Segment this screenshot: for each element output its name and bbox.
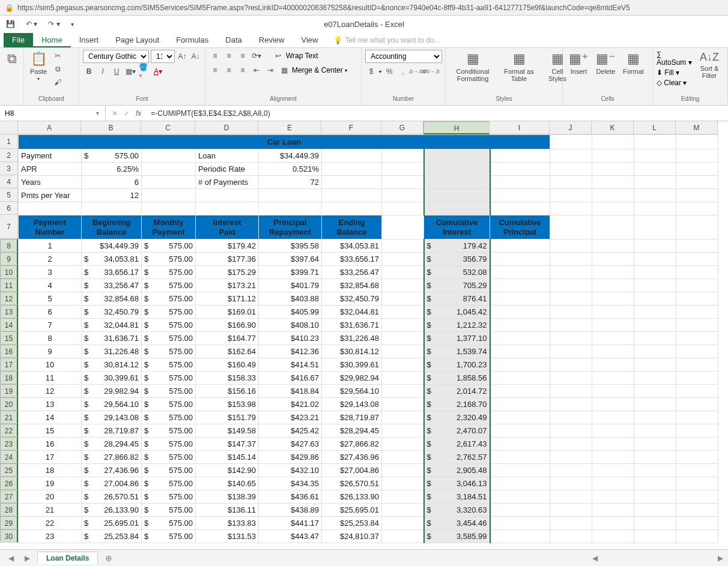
column-header-B[interactable]: B: [81, 121, 141, 134]
cell[interactable]: 8: [19, 332, 82, 345]
enter-formula-icon[interactable]: ✓: [124, 109, 130, 118]
cell[interactable]: $575.00: [142, 490, 196, 504]
cell[interactable]: [490, 477, 550, 490]
row-header-23[interactable]: 23: [0, 437, 18, 450]
cell[interactable]: $32,044.81: [322, 306, 382, 319]
cell[interactable]: $575.00: [142, 319, 196, 332]
cell[interactable]: $30,814.12: [82, 358, 142, 372]
cell[interactable]: $31,636.71: [322, 319, 382, 332]
cell[interactable]: $575.00: [142, 424, 196, 438]
cell[interactable]: $575.00: [142, 504, 196, 517]
cell[interactable]: $418.84: [259, 385, 322, 398]
row-header-9[interactable]: 9: [0, 252, 18, 265]
cell[interactable]: $2,470.07: [424, 424, 490, 438]
merge-center-icon[interactable]: ▦: [278, 64, 290, 76]
cell[interactable]: [634, 239, 676, 253]
cell[interactable]: $29,982.94: [322, 372, 382, 385]
font-size-select[interactable]: 11: [151, 50, 175, 63]
cell[interactable]: [592, 279, 634, 292]
cell[interactable]: [490, 358, 550, 372]
cell[interactable]: [676, 319, 718, 332]
cell[interactable]: $29,143.08: [82, 411, 142, 424]
cell-grid[interactable]: Car LoanPayment$575.00Loan$34,449.39APR6…: [18, 134, 728, 549]
column-header-L[interactable]: L: [634, 121, 676, 134]
cell[interactable]: $30,399.61: [322, 358, 382, 372]
cell[interactable]: $2,320.49: [424, 411, 490, 424]
cell[interactable]: 17: [19, 451, 82, 464]
cell[interactable]: $27,866.82: [82, 451, 142, 464]
cell[interactable]: [634, 345, 676, 358]
sheet-tab-loan-details[interactable]: Loan Details: [37, 552, 98, 564]
cell[interactable]: [490, 517, 550, 530]
cell[interactable]: [634, 372, 676, 385]
cell[interactable]: [550, 319, 592, 332]
cell[interactable]: $131.53: [196, 530, 259, 543]
redo-icon[interactable]: ↷ ▾: [48, 20, 59, 28]
copy-icon[interactable]: ⧉: [52, 63, 64, 75]
cell[interactable]: [550, 504, 592, 517]
cell[interactable]: [550, 398, 592, 411]
cell[interactable]: 7: [19, 319, 82, 332]
cell[interactable]: $575.00: [142, 292, 196, 306]
column-header-D[interactable]: D: [195, 121, 258, 134]
cell[interactable]: [634, 438, 676, 451]
cell[interactable]: $423.21: [259, 411, 322, 424]
cell[interactable]: [634, 266, 676, 279]
cell[interactable]: $705.29: [424, 279, 490, 292]
number-format-select[interactable]: Accounting: [365, 50, 442, 63]
column-header-K[interactable]: K: [592, 121, 634, 134]
cell[interactable]: [550, 385, 592, 398]
cell[interactable]: [592, 253, 634, 266]
cell[interactable]: [382, 517, 424, 530]
cell[interactable]: [676, 279, 718, 292]
cell[interactable]: [592, 385, 634, 398]
row-header-17[interactable]: 17: [0, 358, 18, 371]
cell[interactable]: $532.08: [424, 266, 490, 279]
cell[interactable]: 13: [19, 398, 82, 411]
cell[interactable]: $33,256.47: [322, 266, 382, 279]
underline-button[interactable]: U: [111, 65, 123, 77]
row-header-29[interactable]: 29: [0, 516, 18, 529]
cell[interactable]: [634, 253, 676, 266]
cell[interactable]: $408.10: [259, 319, 322, 332]
cell[interactable]: $575.00: [142, 530, 196, 543]
cell[interactable]: $2,762.57: [424, 451, 490, 464]
align-left-icon[interactable]: ≡: [209, 64, 221, 76]
cell[interactable]: $441.17: [259, 517, 322, 530]
cell[interactable]: [382, 266, 424, 279]
cell[interactable]: 19: [19, 477, 82, 490]
cell[interactable]: [676, 490, 718, 504]
sort-filter-button[interactable]: A↓ZSort & Filter: [695, 50, 724, 80]
cell[interactable]: [634, 451, 676, 464]
font-color-icon[interactable]: A▾: [152, 65, 164, 77]
decrease-font-icon[interactable]: A↓: [190, 50, 201, 62]
tab-data[interactable]: Data: [217, 33, 250, 47]
cell[interactable]: [676, 411, 718, 424]
cell[interactable]: $575.00: [142, 253, 196, 266]
cell[interactable]: $26,570.51: [82, 490, 142, 504]
cell[interactable]: $575.00: [142, 266, 196, 279]
cell[interactable]: [592, 464, 634, 477]
row-header-27[interactable]: 27: [0, 490, 18, 503]
cell[interactable]: [490, 279, 550, 292]
cell[interactable]: $429.86: [259, 451, 322, 464]
row-header-11[interactable]: 11: [0, 278, 18, 292]
row-header-4[interactable]: 4: [0, 175, 18, 188]
cell[interactable]: [634, 358, 676, 372]
cell[interactable]: [676, 517, 718, 530]
cell[interactable]: 20: [19, 490, 82, 504]
cell[interactable]: [676, 345, 718, 358]
cell[interactable]: $138.39: [196, 490, 259, 504]
cell[interactable]: $160.49: [196, 358, 259, 372]
cell[interactable]: $142.90: [196, 464, 259, 477]
cell[interactable]: $24,810.37: [322, 530, 382, 543]
cell[interactable]: $575.00: [142, 411, 196, 424]
cell[interactable]: $356.79: [424, 253, 490, 266]
cell[interactable]: [490, 504, 550, 517]
accounting-format-icon[interactable]: $: [365, 65, 377, 77]
align-right-icon[interactable]: ≡: [237, 64, 249, 76]
cell[interactable]: $32,854.68: [322, 279, 382, 292]
font-family-select[interactable]: Century Gothic: [83, 50, 149, 63]
cell[interactable]: $27,004.86: [82, 477, 142, 490]
cell[interactable]: [592, 398, 634, 411]
